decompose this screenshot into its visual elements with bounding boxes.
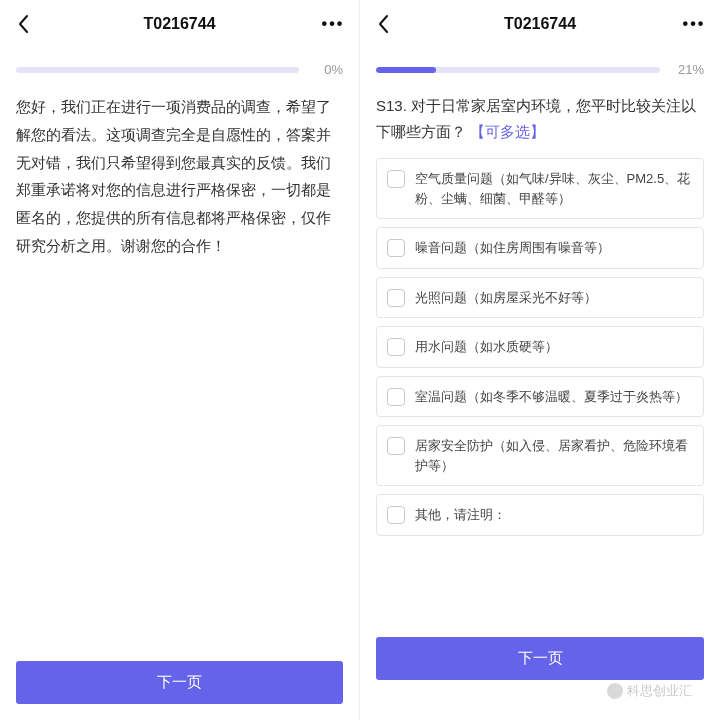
option-security[interactable]: 居家安全防护（如入侵、居家看护、危险环境看护等）	[376, 425, 704, 486]
checkbox-icon[interactable]	[387, 388, 405, 406]
page-title: T0216744	[360, 15, 720, 33]
checkbox-icon[interactable]	[387, 170, 405, 188]
back-icon[interactable]	[372, 12, 396, 36]
progress-bar: 21%	[360, 48, 720, 81]
header: T0216744 •••	[360, 0, 720, 48]
survey-screen-intro: T0216744 ••• 0% 您好，我们正在进行一项消费品的调查，希望了解您的…	[0, 0, 360, 720]
option-label: 用水问题（如水质硬等）	[415, 337, 558, 357]
option-noise[interactable]: 噪音问题（如住房周围有噪音等）	[376, 227, 704, 269]
option-water[interactable]: 用水问题（如水质硬等）	[376, 326, 704, 368]
option-label: 噪音问题（如住房周围有噪音等）	[415, 238, 610, 258]
checkbox-icon[interactable]	[387, 437, 405, 455]
option-lighting[interactable]: 光照问题（如房屋采光不好等）	[376, 277, 704, 319]
progress-bar: 0%	[0, 48, 359, 81]
progress-percent: 21%	[670, 62, 704, 77]
progress-track	[376, 67, 660, 73]
option-label: 居家安全防护（如入侵、居家看护、危险环境看护等）	[415, 436, 691, 475]
option-label: 其他，请注明：	[415, 505, 506, 525]
content: S13. 对于日常家居室内环境，您平时比较关注以下哪些方面？ 【可多选】 空气质…	[360, 81, 720, 720]
more-icon[interactable]: •••	[680, 12, 708, 36]
checkbox-icon[interactable]	[387, 289, 405, 307]
progress-percent: 0%	[309, 62, 343, 77]
option-label: 室温问题（如冬季不够温暖、夏季过于炎热等）	[415, 387, 688, 407]
next-button[interactable]: 下一页	[376, 637, 704, 680]
survey-screen-question: T0216744 ••• 21% S13. 对于日常家居室内环境，您平时比较关注…	[360, 0, 720, 720]
checkbox-icon[interactable]	[387, 338, 405, 356]
intro-text: 您好，我们正在进行一项消费品的调查，希望了解您的看法。这项调查完全是自愿性的，答…	[16, 93, 343, 260]
more-icon[interactable]: •••	[319, 12, 347, 36]
back-icon[interactable]	[12, 12, 36, 36]
option-label: 光照问题（如房屋采光不好等）	[415, 288, 597, 308]
option-air-quality[interactable]: 空气质量问题（如气味/异味、灰尘、PM2.5、花粉、尘螨、细菌、甲醛等）	[376, 158, 704, 219]
content: 您好，我们正在进行一项消费品的调查，希望了解您的看法。这项调查完全是自愿性的，答…	[0, 81, 359, 639]
progress-track	[16, 67, 299, 73]
page-title: T0216744	[0, 15, 359, 33]
question-multiselect-tag: 【可多选】	[470, 123, 545, 140]
options-list: 空气质量问题（如气味/异味、灰尘、PM2.5、花粉、尘螨、细菌、甲醛等） 噪音问…	[376, 158, 704, 536]
checkbox-icon[interactable]	[387, 506, 405, 524]
option-other[interactable]: 其他，请注明：	[376, 494, 704, 536]
header: T0216744 •••	[0, 0, 359, 48]
option-label: 空气质量问题（如气味/异味、灰尘、PM2.5、花粉、尘螨、细菌、甲醛等）	[415, 169, 691, 208]
option-temperature[interactable]: 室温问题（如冬季不够温暖、夏季过于炎热等）	[376, 376, 704, 418]
next-button[interactable]: 下一页	[16, 661, 343, 704]
progress-fill	[376, 67, 436, 73]
checkbox-icon[interactable]	[387, 239, 405, 257]
question-text: S13. 对于日常家居室内环境，您平时比较关注以下哪些方面？ 【可多选】	[376, 93, 704, 144]
